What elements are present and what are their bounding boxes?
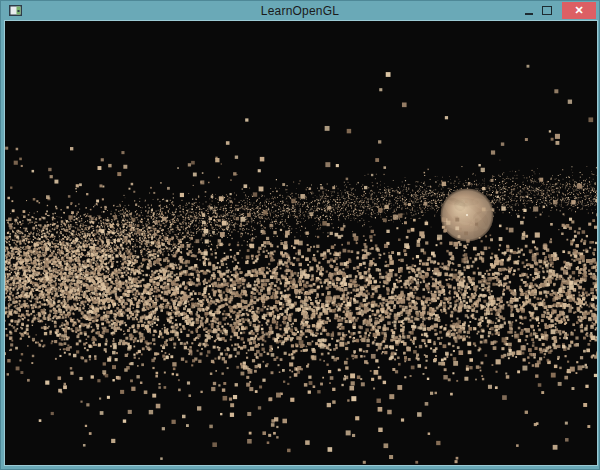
titlebar[interactable]: LearnOpenGL ✕ [1,1,599,21]
app-icon [9,5,22,16]
window-title: LearnOpenGL [1,1,599,21]
app-window: LearnOpenGL ✕ [0,0,600,470]
maximize-button[interactable] [539,1,555,20]
close-x-icon: ✕ [574,4,583,16]
close-button[interactable]: ✕ [562,2,596,19]
opengl-viewport-canvas[interactable] [5,21,597,465]
minimize-dash-icon [525,13,533,15]
maximize-square-icon [542,6,552,15]
minimize-button[interactable] [521,1,537,20]
